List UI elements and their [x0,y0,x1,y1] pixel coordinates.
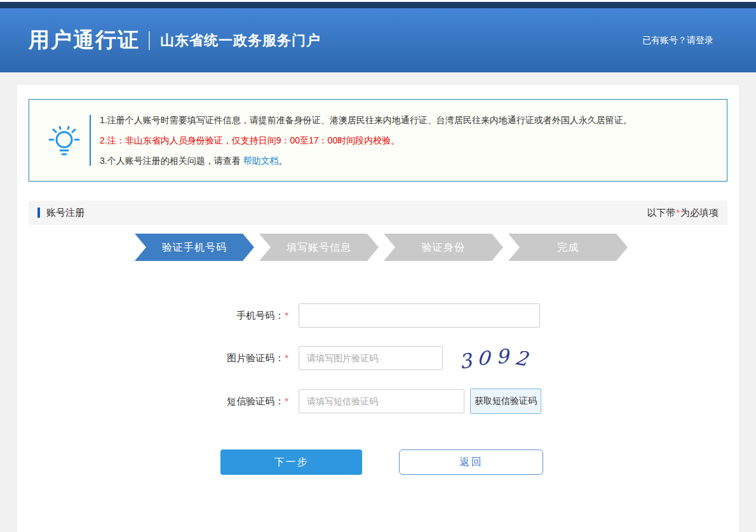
sms-code-label-text: 短信验证码： [227,396,284,406]
section-header: 账号注册 以下带*为必填项 [29,201,727,225]
notice-line-3-period: 。 [279,156,288,166]
page: 用户通行证 山东省统一政务服务门户 已有账号？请登录 [0,0,756,532]
phone-label: 手机号码：* [17,310,289,322]
sms-code-label: 短信验证码：* [17,396,289,408]
sms-code-input[interactable] [299,389,464,413]
header: 用户通行证 山东省统一政务服务门户 已有账号？请登录 [0,8,756,72]
notice-line-3: 3.个人账号注册的相关问题，请查看 帮助文档。 [100,150,632,171]
captcha-image[interactable]: 3092 [453,347,539,369]
required-note-prefix: 以下带 [647,207,675,218]
next-step-button[interactable]: 下一步 [220,449,362,475]
notice-line-2: 2.注：非山东省内人员身份验证，仅支持日间9：00至17：00时间段内校验。 [100,130,632,150]
step-wizard: 验证手机号码 填写账号信息 验证身份 完成 [17,234,739,261]
lightbulb-icon [39,123,90,158]
sms-code-row: 短信验证码：* 获取短信验证码 [17,389,739,414]
notice-divider [90,115,91,166]
required-note-star: * [676,207,680,218]
portal-title: 山东省统一政务服务门户 [160,31,321,50]
sms-code-required-star: * [285,396,288,406]
step-account-info: 填写账号信息 [259,234,379,261]
step-verify-phone: 验证手机号码 [135,234,254,261]
brand-divider [149,31,150,50]
image-code-required-star: * [285,352,288,363]
login-link[interactable]: 已有账号？请登录 [642,35,713,46]
header-gap [0,72,756,85]
notice-box: 1.注册个人账号时需要填写证件信息，请提前准备身份证、港澳居民往来内地通行证、台… [29,99,727,182]
section-marker [37,208,40,218]
get-sms-code-button[interactable]: 获取短信验证码 [470,389,541,414]
image-code-input[interactable] [299,346,443,370]
step-verify-identity: 验证身份 [384,234,503,261]
notice-text: 1.注册个人账号时需要填写证件信息，请提前准备身份证、港澳居民往来内地通行证、台… [100,110,632,171]
image-code-label: 图片验证码：* [17,352,289,364]
image-code-row: 图片验证码：* 3092 [17,346,739,370]
phone-required-star: * [285,310,288,321]
notice-line-1: 1.注册个人账号时需要填写证件信息，请提前准备身份证、港澳居民往来内地通行证、台… [100,110,632,130]
required-note: 以下带*为必填项 [647,207,719,219]
content-card: 1.注册个人账号时需要填写证件信息，请提前准备身份证、港澳居民往来内地通行证、台… [17,85,739,532]
step-complete: 完成 [508,234,628,261]
register-form: 手机号码：* 图片验证码：* 3092 短信验证码：* 获取短信验证码 下一步 … [17,303,739,475]
image-code-label-text: 图片验证码： [227,352,284,363]
section-title-group: 账号注册 [37,207,84,219]
phone-label-text: 手机号码： [236,310,284,321]
phone-input[interactable] [299,303,540,328]
brand-title: 用户通行证 [29,26,140,55]
form-actions: 下一步 返回 [17,449,739,475]
notice-line-3-text: 3.个人账号注册的相关问题，请查看 [100,156,243,166]
help-doc-link[interactable]: 帮助文档 [243,156,279,166]
top-navy-bar [0,2,756,8]
phone-row: 手机号码：* [17,303,739,328]
required-note-suffix: 为必填项 [680,207,719,218]
section-title: 账号注册 [46,207,84,219]
back-button[interactable]: 返回 [399,449,543,475]
